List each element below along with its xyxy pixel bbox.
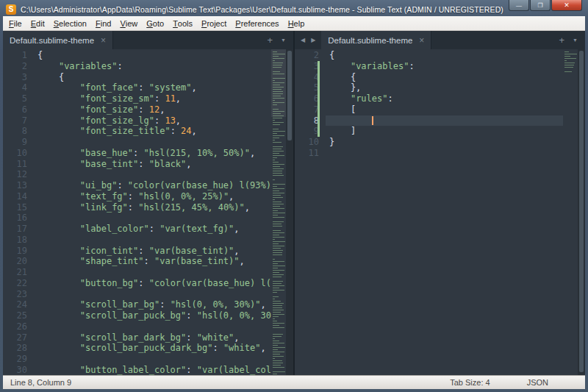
minimap-line xyxy=(273,341,279,341)
minimap-line xyxy=(564,60,567,61)
line-number: 2 xyxy=(295,50,319,61)
minimap-line xyxy=(273,358,275,359)
modified-line-marker xyxy=(318,104,320,115)
sublime-logo-icon: S xyxy=(6,4,16,15)
minimap-line xyxy=(273,224,282,224)
tab-size-indicator[interactable]: Tab Size: 4 xyxy=(450,378,490,387)
new-tab-icon[interactable]: + xyxy=(559,35,564,45)
line-number: 19 xyxy=(3,246,27,257)
tab-default-sublime-theme-left[interactable]: Default.sublime-theme × xyxy=(3,31,113,49)
line-number: 12 xyxy=(3,169,27,180)
minimap-line xyxy=(273,151,284,152)
minimap-left[interactable] xyxy=(271,49,286,375)
sublime-logo-letter: S xyxy=(9,5,14,13)
scrollbar-puck-right[interactable] xyxy=(579,51,584,372)
tab-close-icon[interactable]: × xyxy=(419,36,424,45)
code-line xyxy=(34,169,271,180)
minimap-line xyxy=(273,175,284,176)
modified-line-marker xyxy=(318,115,320,126)
code-line: "font_face": "system", xyxy=(34,82,271,93)
minimap-line xyxy=(273,352,284,352)
menu-view[interactable]: View xyxy=(115,16,142,30)
tab-overflow-icon[interactable]: ▼ xyxy=(573,38,578,43)
close-button[interactable]: ✕ xyxy=(551,0,582,11)
line-number: 16 xyxy=(3,213,27,224)
minimap-line xyxy=(564,67,573,68)
menu-find[interactable]: Find xyxy=(91,16,115,30)
modified-line-marker xyxy=(318,72,320,83)
scrollbar-right[interactable] xyxy=(578,49,585,375)
maximize-icon: ❐ xyxy=(537,2,542,9)
minimap-viewport[interactable] xyxy=(271,49,286,117)
gutter-right: 234567891011 xyxy=(295,49,326,375)
minimap-line xyxy=(273,166,280,167)
line-number: 9 xyxy=(3,137,27,148)
minimap-line xyxy=(273,129,279,129)
title-bar[interactable]: S C:\Users\Administrator\AppData\Roaming… xyxy=(3,0,585,16)
minimize-button[interactable]: — xyxy=(509,0,529,11)
menu-help[interactable]: Help xyxy=(284,16,309,30)
code-line: "base_tint": "black", xyxy=(34,159,271,170)
minimap-line xyxy=(273,138,279,138)
minimap-line xyxy=(273,199,275,200)
code-line: { xyxy=(34,50,271,61)
line-number: 15 xyxy=(3,202,27,213)
minimap-line xyxy=(273,349,278,350)
tab-nav-forward-icon[interactable]: ▶ xyxy=(311,37,315,43)
line-number: 21 xyxy=(3,267,27,278)
code-line: "icon_tint": "var(base_tint)", xyxy=(34,246,271,257)
menu-file[interactable]: File xyxy=(4,16,26,30)
minimap-line xyxy=(273,323,284,324)
editor-view-right[interactable]: 234567891011 { "variables": { }, "rules"… xyxy=(295,49,585,375)
line-number: 6 xyxy=(3,104,27,115)
modified-line-marker xyxy=(318,61,320,72)
new-tab-icon[interactable]: + xyxy=(267,35,273,45)
syntax-indicator[interactable]: JSON xyxy=(527,378,548,387)
minimap-line xyxy=(273,221,284,222)
minimap-line xyxy=(273,243,279,244)
modified-line-marker xyxy=(318,82,320,93)
menu-tools[interactable]: Tools xyxy=(168,16,197,30)
editor-view-left[interactable]: 1234567891011121314151617181920212223242… xyxy=(3,49,293,375)
tab-nav-back-icon[interactable]: ◀ xyxy=(301,37,305,43)
cursor-position-indicator: Line 8, Column 9 xyxy=(10,378,71,387)
minimap-line xyxy=(273,197,283,198)
minimap-line xyxy=(273,363,283,363)
minimap-line xyxy=(273,160,275,160)
menu-selection[interactable]: Selection xyxy=(49,16,91,30)
minimap-line xyxy=(273,327,284,328)
minimap-line xyxy=(273,334,283,335)
minimap-line xyxy=(273,248,281,249)
tab-close-icon[interactable]: × xyxy=(101,36,106,45)
menu-goto[interactable]: Goto xyxy=(142,16,168,30)
code-line: "rules": xyxy=(326,93,563,104)
window-controls: — ❐ ✕ xyxy=(509,0,582,11)
minimap-line xyxy=(273,213,285,213)
line-number: 8 xyxy=(3,126,27,137)
tab-default-sublime-theme-right[interactable]: Default.sublime-theme × xyxy=(321,31,431,49)
minimap-line xyxy=(273,277,282,277)
minimap-line xyxy=(273,153,279,154)
line-number: 18 xyxy=(3,235,27,246)
minimap-line xyxy=(273,274,284,275)
menu-project[interactable]: Project xyxy=(197,16,231,30)
minimap-line xyxy=(273,299,275,299)
minimap-line xyxy=(273,365,281,366)
line-number: 27 xyxy=(3,332,27,343)
minimap-line xyxy=(273,241,285,242)
minimap-line xyxy=(564,54,577,54)
menu-edit[interactable]: Edit xyxy=(26,16,49,30)
menu-preferences[interactable]: Preferences xyxy=(231,16,283,30)
minimap-line xyxy=(273,239,275,240)
tab-bar-left: Default.sublime-theme × + ▼ xyxy=(3,31,293,49)
minimap-line xyxy=(273,186,277,187)
code-area-right[interactable]: { "variables": { }, "rules": [ ]} xyxy=(326,49,563,375)
maximize-button[interactable]: ❐ xyxy=(530,0,551,11)
minimap-right[interactable] xyxy=(563,49,578,375)
tab-overflow-icon[interactable]: ▼ xyxy=(281,38,286,43)
code-area-left[interactable]: { "variables": { "font_face": "system", … xyxy=(34,49,271,375)
scrollbar-left[interactable] xyxy=(286,49,293,375)
code-line xyxy=(34,137,271,148)
line-number: 13 xyxy=(3,180,27,191)
scrollbar-puck-left[interactable] xyxy=(287,51,292,140)
